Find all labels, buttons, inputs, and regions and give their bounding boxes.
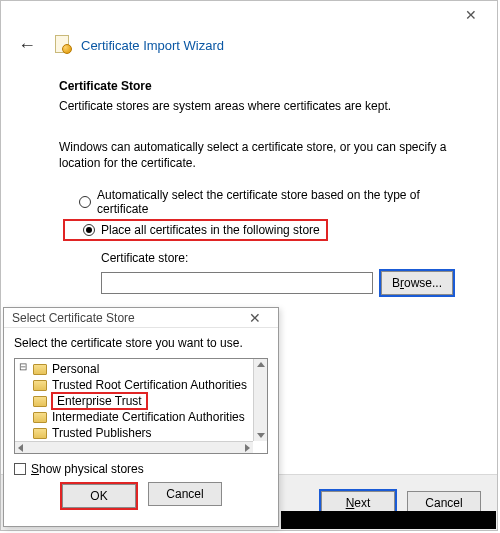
certificate-icon	[53, 35, 73, 55]
certificate-store-input[interactable]	[101, 272, 373, 294]
popup-cancel-button[interactable]: Cancel	[148, 482, 222, 506]
wizard-header: ← Certificate Import Wizard	[1, 29, 497, 67]
wizard-title: Certificate Import Wizard	[81, 38, 224, 53]
radio-icon	[83, 224, 95, 236]
decorative-strip	[281, 511, 496, 529]
tree-item-intermediate[interactable]: Intermediate Certification Authorities	[19, 409, 253, 425]
ok-button[interactable]: OK	[62, 484, 136, 508]
radio-place-label: Place all certificates in the following …	[101, 223, 320, 237]
titlebar: ✕	[1, 1, 497, 29]
tree-item-trusted-root[interactable]: Trusted Root Certification Authorities	[19, 377, 253, 393]
select-store-dialog: Select Certificate Store ✕ Select the ce…	[3, 307, 279, 527]
popup-titlebar: Select Certificate Store ✕	[4, 308, 278, 328]
folder-icon	[33, 396, 47, 407]
section-title: Certificate Store	[59, 79, 455, 93]
radio-auto-label: Automatically select the certificate sto…	[97, 188, 455, 216]
store-block: Certificate store: BBrowse...rowse...	[101, 251, 455, 297]
store-tree[interactable]: Personal Trusted Root Certification Auth…	[14, 358, 268, 454]
wizard-content: Certificate Store Certificate stores are…	[1, 67, 497, 297]
body-text: Windows can automatically select a certi…	[59, 139, 455, 171]
popup-footer: OK Cancel	[14, 476, 268, 520]
folder-icon	[33, 380, 47, 391]
vertical-scrollbar[interactable]	[253, 359, 267, 441]
popup-instruction: Select the certificate store you want to…	[14, 336, 268, 350]
tree-item-trusted-publishers[interactable]: Trusted Publishers	[19, 425, 253, 441]
popup-title: Select Certificate Store	[12, 311, 135, 325]
folder-icon	[33, 412, 47, 423]
browse-button[interactable]: BBrowse...rowse...	[381, 271, 453, 295]
folder-icon	[33, 428, 47, 439]
store-label: Certificate store:	[101, 251, 455, 265]
horizontal-scrollbar[interactable]	[15, 441, 253, 453]
radio-auto[interactable]: Automatically select the certificate sto…	[59, 185, 455, 219]
back-arrow-icon[interactable]: ←	[15, 33, 39, 57]
tree-item-enterprise-trust[interactable]: Enterprise Trust	[19, 393, 253, 409]
radio-place[interactable]: Place all certificates in the following …	[63, 219, 328, 241]
checkbox-icon	[14, 463, 26, 475]
show-physical-checkbox[interactable]: Show physical stores	[14, 462, 268, 476]
close-icon[interactable]: ✕	[240, 310, 270, 326]
section-desc: Certificate stores are system areas wher…	[59, 99, 455, 113]
radio-icon	[79, 196, 91, 208]
folder-icon	[33, 364, 47, 375]
close-icon[interactable]: ✕	[451, 1, 491, 29]
tree-item-personal[interactable]: Personal	[19, 361, 253, 377]
